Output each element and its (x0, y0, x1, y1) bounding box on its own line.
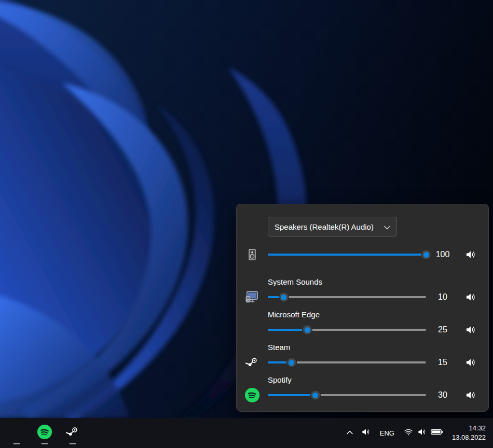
slider-thumb[interactable] (421, 249, 431, 260)
output-device-selector[interactable]: Speakers (Realtek(R) Audio) (268, 217, 397, 236)
app-volume-value: 15 (429, 358, 456, 367)
slider-fill (268, 254, 426, 256)
tray-date: 13.08.2022 (452, 433, 486, 442)
steam-volume-slider[interactable] (268, 355, 426, 370)
running-indicator (42, 443, 48, 444)
app-volume-value: 10 (429, 292, 456, 302)
speakers-device-icon (245, 248, 259, 261)
slider-fill (268, 329, 307, 331)
chevron-up-icon (347, 428, 353, 438)
steam-icon (244, 355, 260, 370)
spotify-volume-slider[interactable] (268, 387, 426, 403)
app-name: System Sounds (268, 276, 426, 289)
volume-icon (417, 427, 427, 439)
volume-mixer-panel: Speakers (Realtek(R) Audio) 100 System S… (236, 204, 489, 412)
master-volume-row: 100 (240, 244, 482, 265)
app-volume-row-spotify: Spotify 30 (240, 374, 482, 403)
app-name: Microsoft Edge (268, 309, 426, 322)
slider-fill (268, 394, 316, 396)
system-sounds-icon (244, 289, 260, 305)
app-volume-value: 30 (429, 390, 456, 400)
master-volume-value: 100 (429, 250, 456, 259)
battery-icon (431, 428, 443, 438)
app-volume-row-system-sounds: System Sounds 10 (240, 276, 482, 305)
microsoft-edge-icon (9, 424, 24, 442)
app-volume-row-steam: Steam 15 (240, 342, 482, 370)
taskbar-steam-button[interactable] (62, 420, 83, 446)
output-device-label: Speakers (Realtek(R) Audio) (275, 222, 374, 231)
quick-settings-button[interactable] (400, 424, 447, 442)
volume-icon[interactable] (465, 357, 476, 368)
taskbar-apps (0, 418, 83, 448)
slider-track (268, 296, 426, 298)
master-volume-slider[interactable] (268, 247, 426, 262)
chevron-down-icon (384, 223, 390, 230)
system-tray: ENG 14:32 13.08.2022 (343, 418, 493, 448)
microsoft-edge-icon (244, 322, 260, 338)
app-volume-row-microsoft-edge: Microsoft Edge 25 (240, 309, 482, 338)
slider-thumb[interactable] (302, 325, 312, 335)
volume-icon[interactable] (465, 389, 476, 401)
clock[interactable]: 14:32 13.08.2022 (448, 422, 488, 444)
device-selector-row: Speakers (Realtek(R) Audio) (240, 217, 482, 236)
system-sounds-volume-slider[interactable] (268, 289, 426, 305)
desktop: Speakers (Realtek(R) Audio) 100 System S… (0, 0, 493, 448)
slider-thumb[interactable] (286, 357, 297, 368)
slider-thumb[interactable] (279, 292, 289, 302)
volume-icon (361, 427, 371, 439)
running-indicator (13, 443, 20, 444)
steam-icon (65, 424, 80, 442)
language-indicator[interactable]: ENG (375, 426, 399, 441)
app-volume-value: 25 (429, 325, 456, 334)
app-name: Spotify (268, 374, 426, 387)
spotify-icon (244, 387, 260, 403)
volume-icon[interactable] (465, 249, 476, 260)
tray-time: 14:32 (452, 424, 486, 433)
slider-thumb[interactable] (310, 390, 321, 400)
taskbar-microsoft-edge-button[interactable] (6, 420, 27, 446)
microsoft-edge-volume-slider[interactable] (268, 322, 426, 338)
taskbar: ENG 14:32 13.08.2022 (0, 418, 493, 448)
spotify-icon (37, 424, 52, 442)
volume-icon[interactable] (465, 291, 476, 303)
divider (237, 272, 488, 272)
app-name: Steam (268, 342, 426, 355)
volume-icon[interactable] (465, 324, 476, 335)
hidden-icons-button[interactable] (343, 425, 357, 441)
tray-volume-app-button[interactable] (358, 424, 374, 442)
wifi-icon (404, 427, 413, 439)
taskbar-spotify-button[interactable] (34, 420, 55, 446)
running-indicator (70, 443, 76, 444)
